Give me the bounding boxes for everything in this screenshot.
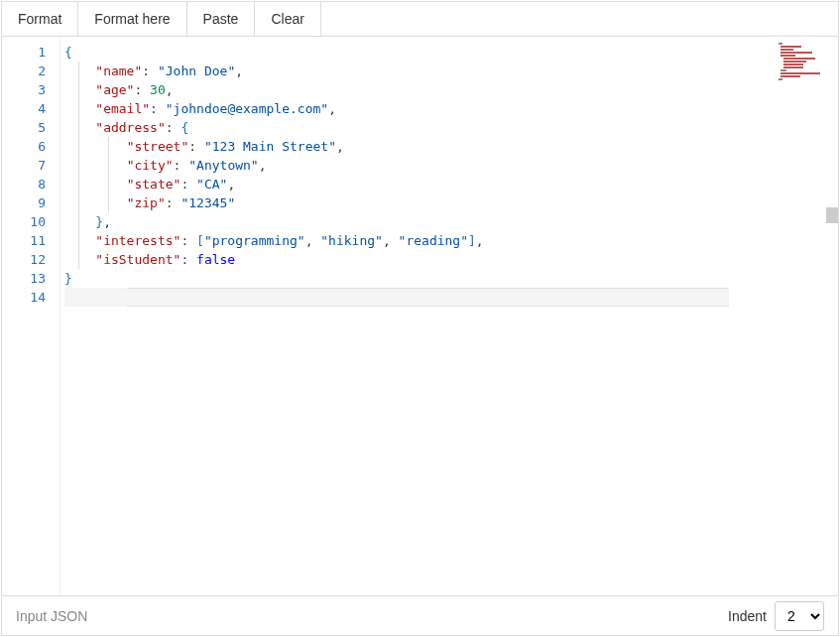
line-number: 4 (2, 99, 46, 118)
toolbar: Format Format here Paste Clear (2, 2, 838, 37)
line-number: 6 (2, 137, 46, 156)
line-number: 2 (2, 62, 46, 80)
line-number-gutter: 1234567891011121314 (2, 37, 60, 595)
minimap-line (783, 66, 803, 68)
minimap-line (780, 72, 820, 74)
indent-label: Indent (728, 608, 767, 624)
minimap[interactable] (779, 43, 832, 81)
minimap-line (779, 78, 782, 80)
editor-area[interactable]: 1234567891011121314 { "name": "John Doe"… (2, 37, 838, 595)
scrollbar-vertical[interactable] (826, 37, 838, 595)
code-line[interactable]: "address": { (64, 118, 729, 137)
line-number: 5 (2, 118, 46, 137)
code-line[interactable]: "isStudent": false (64, 250, 729, 269)
code-line[interactable]: }, (64, 212, 729, 231)
line-number: 8 (2, 175, 46, 193)
code-line[interactable]: { (64, 43, 729, 62)
minimap-line (780, 69, 785, 71)
line-number: 9 (2, 193, 46, 212)
line-number: 3 (2, 80, 46, 99)
line-number: 14 (2, 288, 46, 307)
code-content[interactable]: { "name": "John Doe", "age": 30, "email"… (60, 37, 838, 595)
minimap-line (783, 61, 806, 63)
footer-label: Input JSON (16, 608, 87, 624)
line-number: 7 (2, 156, 46, 175)
minimap-line (783, 58, 815, 60)
minimap-line (783, 64, 803, 65)
code-line[interactable]: "state": "CA", (64, 175, 729, 193)
code-line[interactable]: "interests": ["programming", "hiking", "… (64, 231, 729, 250)
minimap-line (780, 75, 800, 77)
line-number: 13 (2, 269, 46, 288)
code-line[interactable]: "zip": "12345" (64, 193, 729, 212)
code-line[interactable]: "email": "johndoe@example.com", (64, 99, 729, 118)
line-number: 1 (2, 43, 46, 62)
minimap-line (779, 43, 782, 45)
minimap-line (780, 55, 794, 57)
minimap-line (780, 46, 801, 48)
app-container: Format Format here Paste Clear 123456789… (1, 1, 839, 636)
code-line[interactable] (64, 288, 729, 307)
line-number: 11 (2, 231, 46, 250)
scrollbar-thumb[interactable] (826, 207, 838, 223)
format-button[interactable]: Format (2, 2, 78, 36)
footer-right: Indent 2 (728, 601, 824, 631)
code-line[interactable]: "age": 30, (64, 80, 729, 99)
paste-button[interactable]: Paste (187, 2, 256, 36)
line-number: 12 (2, 250, 46, 269)
code-line[interactable]: "street": "123 Main Street", (64, 137, 729, 156)
minimap-line (780, 52, 812, 54)
clear-button[interactable]: Clear (255, 2, 320, 36)
code-line[interactable]: "name": "John Doe", (64, 62, 729, 80)
indent-select[interactable]: 2 (775, 601, 824, 631)
footer: Input JSON Indent 2 (2, 595, 838, 635)
format-here-button[interactable]: Format here (78, 2, 186, 36)
minimap-line (780, 49, 793, 51)
line-number: 10 (2, 212, 46, 231)
code-line[interactable]: "city": "Anytown", (64, 156, 729, 175)
code-line[interactable]: } (64, 269, 729, 288)
